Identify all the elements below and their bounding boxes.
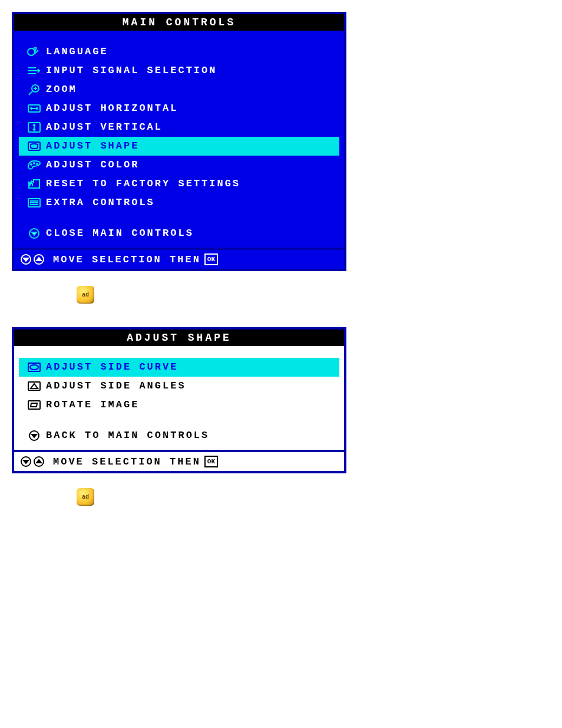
menu-item-adjust-shape[interactable]: ADJUST SHAPE bbox=[19, 137, 339, 156]
color-icon bbox=[22, 159, 46, 172]
menu-item-close-main[interactable]: CLOSE MAIN CONTROLS bbox=[19, 224, 339, 243]
input-signal-icon bbox=[22, 64, 46, 77]
menu-label: ZOOM bbox=[46, 81, 77, 98]
svg-point-14 bbox=[30, 365, 38, 370]
language-icon: ? bbox=[22, 45, 46, 58]
adjust-shape-body: ADJUST SIDE CURVE ADJUST SIDE ANGLES ROT… bbox=[14, 346, 344, 450]
factory-icon bbox=[22, 177, 46, 190]
footer-text: MOVE SELECTION THEN bbox=[53, 456, 201, 467]
adjust-shape-window: ADJUST SHAPE ADJUST SIDE CURVE ADJUST SI… bbox=[12, 327, 346, 473]
ok-indicator: OK bbox=[204, 253, 218, 265]
menu-label: BACK TO MAIN CONTROLS bbox=[46, 427, 209, 444]
main-controls-body: ? LANGUAGE INPUT SIGNAL SELECTION ZOOM A… bbox=[14, 31, 344, 248]
menu-label: ADJUST HORIZONTAL bbox=[46, 100, 178, 117]
extra-controls-icon bbox=[22, 196, 46, 209]
nav-arrows-icon bbox=[20, 253, 45, 265]
menu-item-side-curve[interactable]: ADJUST SIDE CURVE bbox=[19, 358, 339, 377]
menu-item-adjust-color[interactable]: ADJUST COLOR bbox=[19, 156, 339, 174]
main-controls-title: MAIN CONTROLS bbox=[14, 14, 344, 31]
nav-arrows-icon bbox=[20, 456, 45, 467]
horizontal-icon bbox=[22, 102, 46, 115]
ok-indicator: OK bbox=[204, 456, 218, 467]
side-curve-icon bbox=[22, 361, 46, 374]
menu-label: ADJUST VERTICAL bbox=[46, 119, 163, 136]
menu-item-adjust-horizontal[interactable]: ADJUST HORIZONTAL bbox=[19, 99, 339, 118]
svg-point-8 bbox=[37, 163, 38, 164]
menu-item-language[interactable]: ? LANGUAGE bbox=[19, 42, 339, 61]
menu-item-zoom[interactable]: ZOOM bbox=[19, 80, 339, 99]
menu-item-side-angles[interactable]: ADJUST SIDE ANGLES bbox=[19, 377, 339, 396]
ok-button[interactable]: ad bbox=[77, 286, 94, 304]
menu-item-input-signal[interactable]: INPUT SIGNAL SELECTION bbox=[19, 61, 339, 80]
main-controls-window: MAIN CONTROLS ? LANGUAGE INPUT SIGNAL SE… bbox=[12, 12, 346, 271]
menu-item-extra-controls[interactable]: EXTRA CONTROLS bbox=[19, 193, 339, 212]
menu-label: EXTRA CONTROLS bbox=[46, 195, 155, 211]
vertical-icon bbox=[22, 121, 46, 134]
svg-rect-16 bbox=[28, 401, 40, 409]
menu-label: ROTATE IMAGE bbox=[46, 397, 139, 413]
ok-button[interactable]: ad bbox=[77, 488, 94, 506]
menu-label: ADJUST SHAPE bbox=[46, 138, 139, 154]
menu-label: LANGUAGE bbox=[46, 44, 108, 60]
main-controls-footer: MOVE SELECTION THEN OK bbox=[14, 248, 344, 269]
side-angles-icon bbox=[22, 380, 46, 393]
footer-text: MOVE SELECTION THEN bbox=[53, 254, 201, 265]
menu-item-reset-factory[interactable]: RESET TO FACTORY SETTINGS bbox=[19, 174, 339, 193]
menu-label: RESET TO FACTORY SETTINGS bbox=[46, 176, 240, 192]
menu-label: CLOSE MAIN CONTROLS bbox=[46, 225, 194, 242]
menu-item-adjust-vertical[interactable]: ADJUST VERTICAL bbox=[19, 118, 339, 137]
shape-icon bbox=[22, 140, 46, 153]
adjust-shape-footer: MOVE SELECTION THEN OK bbox=[14, 450, 344, 471]
zoom-icon bbox=[22, 83, 46, 96]
back-down-icon bbox=[22, 429, 46, 442]
menu-item-back-main[interactable]: BACK TO MAIN CONTROLS bbox=[19, 426, 339, 445]
menu-label: ADJUST SIDE CURVE bbox=[46, 359, 178, 375]
svg-point-7 bbox=[34, 163, 35, 164]
menu-label: ADJUST COLOR bbox=[46, 157, 139, 173]
menu-label: INPUT SIGNAL SELECTION bbox=[46, 62, 217, 79]
adjust-shape-title: ADJUST SHAPE bbox=[14, 330, 344, 346]
close-down-icon bbox=[22, 227, 46, 240]
svg-point-6 bbox=[31, 164, 32, 165]
rotate-icon bbox=[22, 398, 46, 411]
menu-item-rotate-image[interactable]: ROTATE IMAGE bbox=[19, 396, 339, 414]
menu-label: ADJUST SIDE ANGLES bbox=[46, 378, 186, 394]
